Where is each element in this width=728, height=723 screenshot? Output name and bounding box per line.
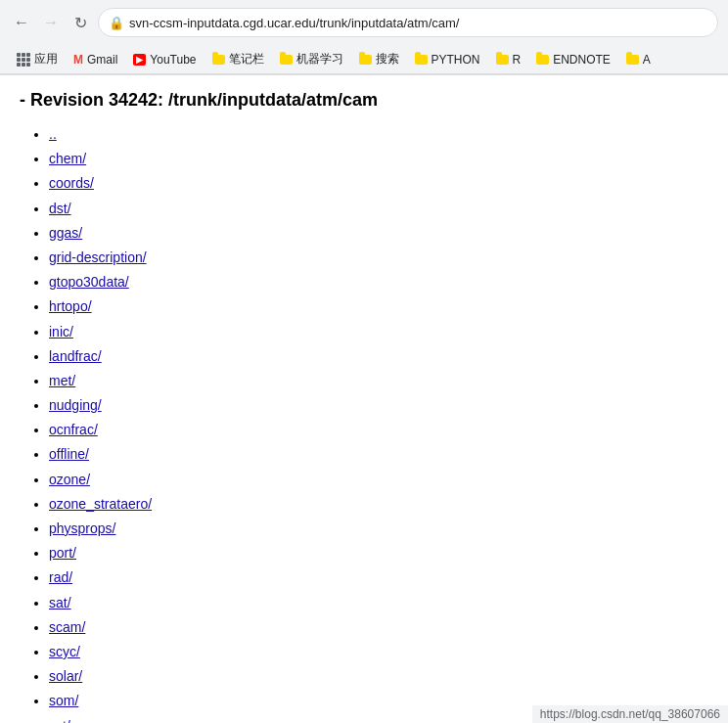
folder-icon-extra xyxy=(626,55,639,65)
dir-link[interactable]: coords/ xyxy=(49,175,94,191)
page-title: - Revision 34242: /trunk/inputdata/atm/c… xyxy=(20,90,708,111)
dir-link[interactable]: physprops/ xyxy=(49,520,115,536)
gmail-icon: M xyxy=(73,53,83,67)
list-item: landfrac/ xyxy=(49,344,708,369)
folder-icon-r xyxy=(496,55,509,65)
forward-button[interactable]: → xyxy=(39,11,63,34)
dir-link[interactable]: dst/ xyxy=(49,201,71,216)
list-item: port/ xyxy=(49,541,708,565)
reload-button[interactable]: ↻ xyxy=(68,11,92,34)
bookmark-youtube[interactable]: ▶ YouTube xyxy=(126,50,203,69)
list-item: inic/ xyxy=(49,320,708,344)
bookmark-apps[interactable]: 应用 xyxy=(10,48,65,70)
back-button[interactable]: ← xyxy=(10,11,33,34)
bookmark-apps-label: 应用 xyxy=(34,51,58,68)
dir-link[interactable]: som/ xyxy=(49,693,78,708)
dir-link[interactable]: scam/ xyxy=(49,619,85,635)
list-item: coords/ xyxy=(49,171,708,196)
dir-link[interactable]: met/ xyxy=(49,373,75,388)
bookmark-python-label: PYTHON xyxy=(432,53,480,67)
browser-toolbar: ← → ↻ 🔒 svn-ccsm-inputdata.cgd.ucar.edu/… xyxy=(0,0,728,45)
list-item: scam/ xyxy=(49,615,708,640)
dir-link[interactable]: hrtopo/ xyxy=(49,298,92,314)
list-item: met/ xyxy=(49,369,708,393)
dir-link[interactable]: ocnfrac/ xyxy=(49,422,98,437)
dir-link[interactable]: .. xyxy=(49,126,57,142)
status-url: https://blog.csdn.net/qq_38607066 xyxy=(540,707,720,721)
list-item: sat/ xyxy=(49,591,708,615)
bookmark-endnote-label: ENDNOTE xyxy=(553,53,611,67)
folder-icon-python xyxy=(415,55,428,65)
folder-icon-ml xyxy=(280,55,293,65)
dir-link[interactable]: sat/ xyxy=(49,595,71,610)
address-text: svn-ccsm-inputdata.cgd.ucar.edu/trunk/in… xyxy=(129,16,707,30)
list-item: rad/ xyxy=(49,565,708,590)
folder-icon-search xyxy=(359,55,372,65)
dir-link[interactable]: inic/ xyxy=(49,324,73,339)
list-item: scyc/ xyxy=(49,640,708,664)
folder-icon-notes xyxy=(212,55,225,65)
dir-link[interactable]: landfrac/ xyxy=(49,348,102,364)
dir-link[interactable]: scyc/ xyxy=(49,644,80,659)
bookmark-gmail[interactable]: M Gmail xyxy=(67,50,124,69)
status-bar: https://blog.csdn.net/qq_38607066 xyxy=(532,705,728,723)
apps-icon xyxy=(17,53,30,67)
list-item: nudging/ xyxy=(49,393,708,418)
bookmark-search[interactable]: 搜索 xyxy=(352,48,406,70)
dir-link[interactable]: port/ xyxy=(49,545,76,561)
dir-link[interactable]: ggas/ xyxy=(49,225,82,241)
bookmark-endnote[interactable]: ENDNOTE xyxy=(529,50,617,69)
bookmark-youtube-label: YouTube xyxy=(150,53,196,67)
list-item: solar/ xyxy=(49,664,708,689)
dir-link[interactable]: solar/ xyxy=(49,668,82,684)
bookmark-extra[interactable]: A xyxy=(619,50,658,69)
dir-link[interactable]: nudging/ xyxy=(49,397,102,413)
list-item: chem/ xyxy=(49,147,708,171)
browser-chrome: ← → ↻ 🔒 svn-ccsm-inputdata.cgd.ucar.edu/… xyxy=(0,0,728,75)
bookmark-python[interactable]: PYTHON xyxy=(408,50,487,69)
bookmark-extra-label: A xyxy=(643,53,651,67)
address-bar-container[interactable]: 🔒 svn-ccsm-inputdata.cgd.ucar.edu/trunk/… xyxy=(98,8,718,37)
bookmark-notes[interactable]: 笔记栏 xyxy=(205,48,271,70)
dir-link[interactable]: grid-description/ xyxy=(49,249,147,265)
dir-link[interactable]: sst/ xyxy=(49,718,70,724)
dir-link[interactable]: ozone/ xyxy=(49,472,90,487)
bookmark-gmail-label: Gmail xyxy=(87,53,117,67)
bookmark-ml-label: 机器学习 xyxy=(296,51,343,68)
bookmark-r-label: R xyxy=(513,53,522,67)
list-item: dst/ xyxy=(49,197,708,221)
list-item: hrtopo/ xyxy=(49,294,708,319)
bookmark-notes-label: 笔记栏 xyxy=(229,51,264,68)
folder-icon-endnote xyxy=(536,55,549,65)
list-item: ocnfrac/ xyxy=(49,418,708,442)
list-item: physprops/ xyxy=(49,517,708,541)
dir-link[interactable]: chem/ xyxy=(49,151,86,166)
page-content: - Revision 34242: /trunk/inputdata/atm/c… xyxy=(0,75,728,723)
bookmark-ml[interactable]: 机器学习 xyxy=(273,48,350,70)
list-item: offline/ xyxy=(49,442,708,467)
bookmark-search-label: 搜索 xyxy=(376,51,399,68)
list-item: gtopo30data/ xyxy=(49,270,708,294)
list-item: ozone/ xyxy=(49,468,708,492)
dir-link[interactable]: rad/ xyxy=(49,569,72,585)
dir-link[interactable]: offline/ xyxy=(49,446,89,462)
bookmark-r[interactable]: R xyxy=(489,50,528,69)
dir-link[interactable]: ozone_strataero/ xyxy=(49,496,152,512)
lock-icon: 🔒 xyxy=(109,16,124,30)
list-item: ggas/ xyxy=(49,221,708,246)
list-item: grid-description/ xyxy=(49,246,708,270)
list-item: ozone_strataero/ xyxy=(49,492,708,517)
dir-link[interactable]: gtopo30data/ xyxy=(49,274,129,290)
list-item: .. xyxy=(49,122,708,147)
directory-list: ..chem/coords/dst/ggas/grid-description/… xyxy=(20,122,708,723)
youtube-icon: ▶ xyxy=(133,54,146,66)
bookmarks-bar: 应用 M Gmail ▶ YouTube 笔记栏 机器学习 搜索 PYTHON … xyxy=(0,45,728,74)
